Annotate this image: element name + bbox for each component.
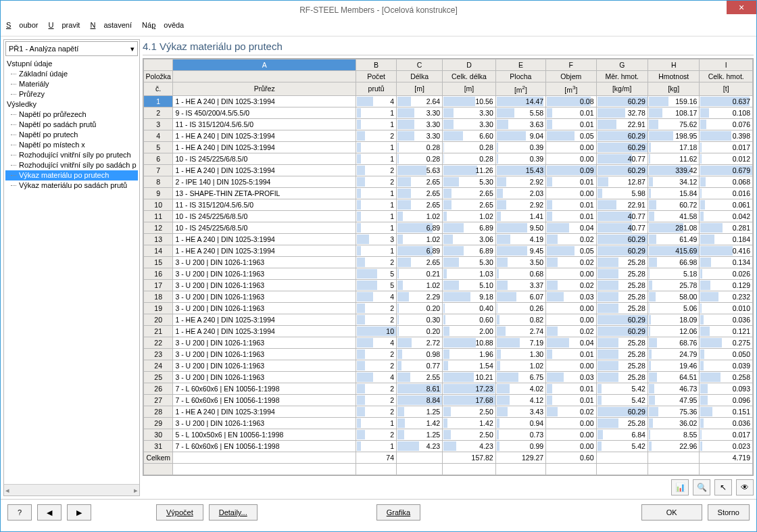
cell[interactable]: 0.281 [700,222,753,233]
cell[interactable]: 1.25 [397,406,443,417]
col-header[interactable]: [m] [443,82,496,96]
sidebar-scrollbar[interactable]: ◂▸ [4,484,139,495]
col-header[interactable]: A [173,59,356,71]
cell[interactable]: 4.23 [397,440,443,452]
row-header[interactable]: 1 [144,95,173,107]
table-row[interactable]: 610 - IS 245/225/6/8.5/010.280.280.390.0… [144,153,753,164]
cell[interactable]: 10 - IS 245/225/6/8.5/0 [173,222,356,233]
cell[interactable]: 5.42 [596,394,648,406]
cell[interactable]: 1 - HE A 240 | DIN 1025-3:1994 [173,233,356,245]
cell[interactable]: 0.28 [443,153,496,164]
cell[interactable]: 58.00 [648,291,699,302]
row-header[interactable]: 6 [144,153,173,164]
cell[interactable]: 24.79 [648,348,699,360]
tree-np-prurez[interactable]: Napětí po průřezech [5,110,138,120]
cell[interactable]: 0.232 [700,291,753,302]
row-header[interactable]: 29 [144,417,173,429]
cell[interactable]: 415.69 [648,245,699,256]
cell[interactable]: 3.50 [495,256,545,268]
cell[interactable]: 4 [356,337,397,348]
cell[interactable]: 0.21 [397,268,443,279]
table-row[interactable]: 11 - HE A 240 | DIN 1025-3:199442.6410.5… [144,95,753,107]
cell[interactable]: 60.29 [596,245,648,256]
cell[interactable]: 60.29 [596,406,648,417]
col-header[interactable]: [m] [397,82,443,96]
tree-materialy[interactable]: Materiály [5,79,138,89]
col-header[interactable]: I [700,59,753,71]
col-header[interactable]: [kg] [648,82,699,96]
cell[interactable]: 0.05 [546,245,596,256]
cell[interactable]: 0.275 [700,337,753,348]
table-row[interactable]: 51 - HE A 240 | DIN 1025-3:199410.280.28… [144,141,753,153]
cell[interactable]: 0.04 [546,222,596,233]
table-row[interactable]: 29 - IS 450/200/4.5/5.5/013.303.305.580.… [144,107,753,118]
row-header[interactable]: 13 [144,233,173,245]
col-header[interactable]: B [356,59,397,71]
cell[interactable]: 1.41 [495,210,545,222]
cell[interactable]: 0.00 [546,429,596,440]
cell[interactable]: 0.061 [700,199,753,210]
cell[interactable]: 2 - IPE 140 | DIN 1025-5:1994 [173,176,356,187]
row-header[interactable]: 10 [144,199,173,210]
cell[interactable]: 281.08 [648,222,699,233]
table-row[interactable]: 281 - HE A 240 | DIN 1025-3:199421.252.5… [144,406,753,417]
cell[interactable]: 22.96 [648,440,699,452]
col-header[interactable]: F [546,59,596,71]
col-header[interactable]: Délka [397,71,443,82]
row-header[interactable]: 3 [144,118,173,130]
cell[interactable]: 25.28 [596,348,648,360]
tree-vstup[interactable]: Vstupní údaje [5,59,138,69]
cell[interactable]: 1.42 [397,417,443,429]
grafika-button[interactable]: Grafika [376,504,420,521]
cell[interactable]: 10 - IS 245/225/6/8.5/0 [173,153,356,164]
cell[interactable]: 1 [356,222,397,233]
cell[interactable]: 3.30 [397,130,443,141]
cell[interactable]: 5.63 [397,164,443,176]
row-header[interactable]: 17 [144,279,173,291]
cell[interactable]: 1.02 [397,279,443,291]
row-header[interactable]: 4 [144,130,173,141]
tree-zaklad[interactable]: Základní údaje [5,69,138,79]
cell[interactable]: 2.74 [495,325,545,337]
table-row[interactable]: 193 - U 200 | DIN 1026-1:196320.200.400.… [144,302,753,314]
cell[interactable]: 2 [356,130,397,141]
row-header[interactable]: 16 [144,268,173,279]
cell[interactable]: 4.23 [443,440,496,452]
cell[interactable]: 5.42 [596,383,648,394]
cell[interactable]: 3 - U 200 | DIN 1026-1:1963 [173,360,356,371]
col-header[interactable]: Celk. délka [443,71,496,82]
cell[interactable]: 60.72 [648,199,699,210]
cell[interactable]: 1 [356,141,397,153]
cell[interactable]: 9.50 [495,222,545,233]
cell[interactable]: 1 [356,153,397,164]
row-header[interactable]: 22 [144,337,173,348]
table-row[interactable]: 183 - U 200 | DIN 1026-1:196342.299.186.… [144,291,753,302]
col-header[interactable]: E [495,59,545,71]
col-header[interactable]: [m2] [495,82,545,96]
cell[interactable]: 3.30 [443,118,496,130]
col-header[interactable]: H [648,59,699,71]
cell[interactable]: 3.37 [495,279,545,291]
cell[interactable]: 6.89 [397,245,443,256]
cell[interactable]: 1 [356,187,397,199]
col-header[interactable]: G [596,59,648,71]
cell[interactable]: 0.637 [700,95,753,107]
table-row[interactable]: 163 - U 200 | DIN 1026-1:196350.211.030.… [144,268,753,279]
row-header[interactable]: 20 [144,314,173,325]
table-row[interactable]: 913 - SHAPE-THIN ZETA-PROFIL12.652.652.0… [144,187,753,199]
cell[interactable]: 0.20 [397,325,443,337]
cell[interactable]: 0.30 [397,314,443,325]
cell[interactable]: 7 - L 60x60x6 | EN 10056-1:1998 [173,383,356,394]
cell[interactable]: 0.01 [546,118,596,130]
cell[interactable]: 2.64 [397,95,443,107]
tree-roz-prutech[interactable]: Rozhodující vnitřní síly po prutech [5,150,138,160]
cell[interactable]: 0.08 [546,95,596,107]
cell[interactable]: 1 - HE A 240 | DIN 1025-3:1994 [173,245,356,256]
cell[interactable]: 75.62 [648,118,699,130]
cell[interactable]: 2.55 [397,371,443,383]
row-header[interactable]: 18 [144,291,173,302]
cell[interactable]: 0.036 [700,417,753,429]
cell[interactable]: 0.017 [700,141,753,153]
cell[interactable]: 0.00 [546,153,596,164]
cell[interactable]: 0.28 [397,141,443,153]
